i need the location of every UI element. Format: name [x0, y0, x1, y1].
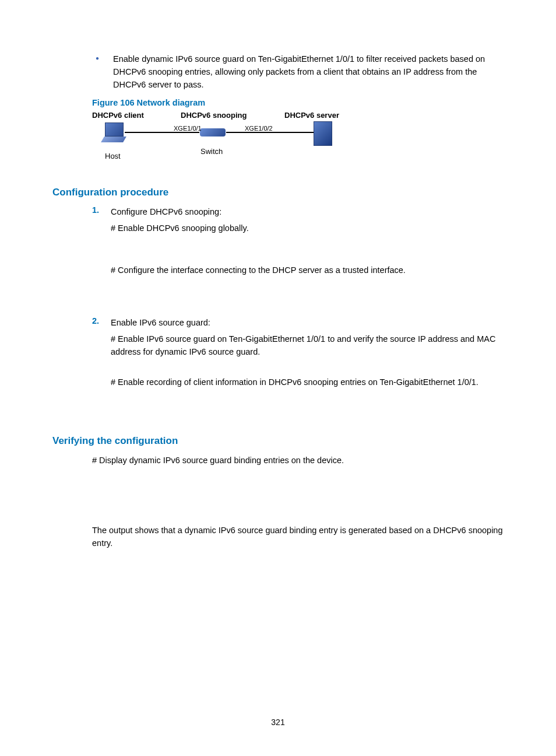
heading-configuration-procedure: Configuration procedure — [52, 187, 504, 198]
bullet-marker: ● — [93, 52, 113, 91]
list-text: Configure DHCPv6 snooping: — [111, 205, 221, 218]
diagram-node-host: Host — [105, 152, 121, 160]
list-text: Enable IPv6 source guard: — [111, 316, 210, 329]
paragraph: # Enable IPv6 source guard on Ten-Gigabi… — [111, 332, 504, 358]
diagram-node-switch: Switch — [200, 147, 223, 156]
network-diagram: DHCPv6 client DHCPv6 snooping DHCPv6 ser… — [92, 111, 372, 169]
diagram-interface-1: XGE1/0/1 — [174, 125, 202, 132]
figure-caption: Figure 106 Network diagram — [92, 98, 504, 107]
host-icon — [103, 123, 125, 145]
list-number: 1. — [92, 205, 111, 218]
heading-verifying-configuration: Verifying the configuration — [52, 435, 504, 447]
document-page: ● Enable dynamic IPv6 source guard on Te… — [0, 0, 556, 756]
bullet-item: ● Enable dynamic IPv6 source guard on Te… — [93, 52, 504, 91]
bullet-text: Enable dynamic IPv6 source guard on Ten-… — [113, 52, 504, 91]
diagram-link — [125, 132, 199, 133]
diagram-label-client: DHCPv6 client — [92, 111, 144, 120]
list-item: 1. Configure DHCPv6 snooping: — [92, 205, 504, 218]
switch-icon — [200, 126, 226, 139]
paragraph: # Enable DHCPv6 snooping globally. — [111, 222, 504, 235]
diagram-interface-2: XGE1/0/2 — [245, 125, 273, 132]
paragraph: # Configure the interface connecting to … — [111, 264, 504, 276]
diagram-label-snooping: DHCPv6 snooping — [181, 111, 247, 120]
paragraph: The output shows that a dynamic IPv6 sou… — [92, 524, 504, 550]
server-icon — [314, 121, 331, 145]
diagram-link — [226, 132, 314, 133]
list-number: 2. — [92, 316, 111, 329]
diagram-label-server: DHCPv6 server — [284, 111, 339, 120]
paragraph: # Enable recording of client information… — [111, 376, 504, 388]
list-item: 2. Enable IPv6 source guard: — [92, 316, 504, 329]
paragraph: # Display dynamic IPv6 source guard bind… — [92, 454, 504, 467]
page-number: 321 — [0, 718, 556, 727]
